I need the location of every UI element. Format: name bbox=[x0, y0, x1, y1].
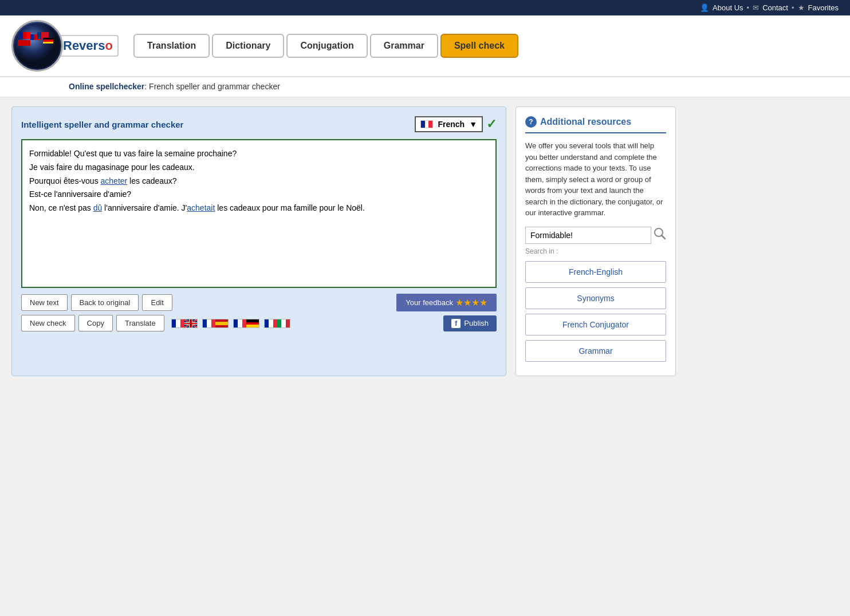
dot1: • bbox=[747, 3, 750, 12]
flag-english bbox=[184, 319, 197, 327]
text-display-area[interactable]: Formidable! Qu'est que tu vas faire la s… bbox=[21, 139, 497, 288]
tab-translation[interactable]: Translation bbox=[133, 34, 210, 58]
search-input[interactable] bbox=[525, 227, 651, 244]
contact-link[interactable]: Contact bbox=[762, 3, 788, 12]
link-du[interactable]: dû bbox=[93, 203, 103, 212]
feedback-label: Your feedback bbox=[406, 298, 453, 307]
publish-label: Publish bbox=[464, 319, 489, 327]
language-label: French bbox=[438, 120, 465, 129]
about-link[interactable]: About Us bbox=[713, 3, 743, 12]
search-icon bbox=[654, 227, 666, 240]
logo-globe bbox=[11, 20, 63, 72]
right-panel: ? Additional resources We offer you seve… bbox=[515, 106, 676, 376]
favorites-link[interactable]: Favorites bbox=[808, 3, 839, 12]
flag-pair-fr-es[interactable] bbox=[202, 319, 229, 328]
translate-button[interactable]: Translate bbox=[116, 315, 164, 331]
search-button[interactable] bbox=[654, 227, 666, 243]
text-line5a: Non, ce n'est pas bbox=[29, 203, 93, 212]
search-row bbox=[525, 227, 666, 244]
resource-french-english[interactable]: French-English bbox=[525, 261, 666, 283]
panel-header: Intelligent speller and grammar checker … bbox=[21, 116, 497, 132]
left-panel: Intelligent speller and grammar checker … bbox=[11, 106, 506, 376]
text-line3b: les cadeaux? bbox=[127, 176, 176, 185]
flag-italian bbox=[277, 319, 290, 327]
new-text-button[interactable]: New text bbox=[21, 294, 68, 311]
button-row-2: New check Copy Translate bbox=[21, 315, 497, 331]
language-selector: French ▼ ✓ bbox=[415, 116, 497, 132]
search-label: Search in : bbox=[525, 247, 666, 255]
flag-french-2 bbox=[203, 319, 215, 327]
text-line5c: les cadeaux pour ma famille pour le Noël… bbox=[215, 203, 364, 212]
text-line1: Formidable! Qu'est que tu vas faire la s… bbox=[29, 149, 237, 158]
edit-button[interactable]: Edit bbox=[142, 294, 172, 311]
logo-text: Reverso bbox=[57, 35, 119, 57]
mail-icon: ✉ bbox=[753, 3, 759, 12]
flag-french-4 bbox=[265, 319, 277, 327]
svg-rect-10 bbox=[43, 38, 53, 40]
svg-rect-5 bbox=[30, 34, 34, 40]
dropdown-arrow: ▼ bbox=[469, 120, 477, 129]
subtitle-bar: Online spellchecker: French speller and … bbox=[0, 77, 850, 97]
stars-icon: ★★★★ bbox=[455, 297, 487, 308]
right-description: We offer you several tools that will hel… bbox=[525, 140, 666, 219]
tab-dictionary[interactable]: Dictionary bbox=[212, 34, 284, 58]
svg-rect-19 bbox=[184, 323, 197, 324]
svg-line-21 bbox=[662, 235, 665, 239]
nav-tabs: Translation Dictionary Conjugation Gramm… bbox=[133, 34, 518, 58]
flag-spanish bbox=[215, 319, 228, 327]
right-title-text: Additional resources bbox=[540, 117, 631, 127]
svg-rect-7 bbox=[37, 32, 41, 39]
subtitle-bold: Online spellchecker bbox=[69, 82, 144, 91]
flag-german bbox=[246, 319, 259, 327]
publish-button[interactable]: f Publish bbox=[443, 315, 497, 331]
flag-french-1 bbox=[172, 319, 184, 327]
flag-pair-fr-it[interactable] bbox=[264, 319, 290, 328]
tab-conjugation[interactable]: Conjugation bbox=[286, 34, 367, 58]
flag-french-3 bbox=[234, 319, 246, 327]
subtitle-rest: : French speller and grammar checker bbox=[144, 82, 280, 91]
text-line4: Est-ce l'anniversaire d'amie? bbox=[29, 189, 131, 199]
flag-pair-fr-de[interactable] bbox=[233, 319, 259, 328]
panel-title: Intelligent speller and grammar checker bbox=[21, 120, 183, 129]
facebook-icon: f bbox=[451, 319, 461, 328]
copy-button[interactable]: Copy bbox=[78, 315, 113, 331]
new-check-button[interactable]: New check bbox=[21, 315, 75, 331]
globe-svg bbox=[13, 22, 61, 70]
language-dropdown[interactable]: French ▼ bbox=[415, 116, 483, 132]
right-panel-title: ? Additional resources bbox=[525, 116, 666, 133]
text-content: Formidable! Qu'est que tu vas faire la s… bbox=[29, 147, 489, 215]
text-line2: Je vais faire du magasinage pour les cad… bbox=[29, 163, 195, 172]
dot2: • bbox=[792, 3, 794, 12]
french-flag bbox=[420, 120, 433, 128]
back-to-original-button[interactable]: Back to original bbox=[71, 294, 139, 311]
link-acheter[interactable]: acheter bbox=[101, 176, 128, 185]
top-bar: 👤 About Us • ✉ Contact • ★ Favorites bbox=[0, 0, 850, 15]
main-content: Intelligent speller and grammar checker … bbox=[0, 97, 687, 385]
flag-pair-fr-en[interactable] bbox=[171, 319, 198, 328]
star-icon: ★ bbox=[798, 3, 805, 12]
feedback-button[interactable]: Your feedback ★★★★ bbox=[396, 294, 497, 311]
logo-area: Reverso bbox=[11, 20, 119, 72]
logo-reverso: Reverso bbox=[63, 38, 113, 53]
svg-rect-8 bbox=[18, 40, 30, 46]
person-icon: 👤 bbox=[700, 3, 709, 12]
link-achetait[interactable]: achetait bbox=[187, 203, 215, 212]
resource-conjugator[interactable]: French Conjugator bbox=[525, 314, 666, 335]
svg-rect-3 bbox=[26, 32, 30, 39]
svg-rect-11 bbox=[43, 42, 53, 44]
confirm-icon[interactable]: ✓ bbox=[486, 117, 497, 132]
resource-synonyms[interactable]: Synonyms bbox=[525, 287, 666, 309]
help-icon: ? bbox=[525, 116, 537, 128]
tab-grammar[interactable]: Grammar bbox=[370, 34, 438, 58]
button-row-1: New text Back to original Edit Your feed… bbox=[21, 294, 497, 311]
resource-grammar[interactable]: Grammar bbox=[525, 340, 666, 362]
text-line3a: Pourquoi êtes-vous bbox=[29, 176, 101, 185]
tab-spellcheck[interactable]: Spell check bbox=[440, 34, 518, 58]
header: Reverso Translation Dictionary Conjugati… bbox=[0, 15, 850, 77]
text-line5b: l'anniversaire d'amie. J' bbox=[102, 203, 187, 212]
svg-rect-2 bbox=[19, 32, 23, 39]
